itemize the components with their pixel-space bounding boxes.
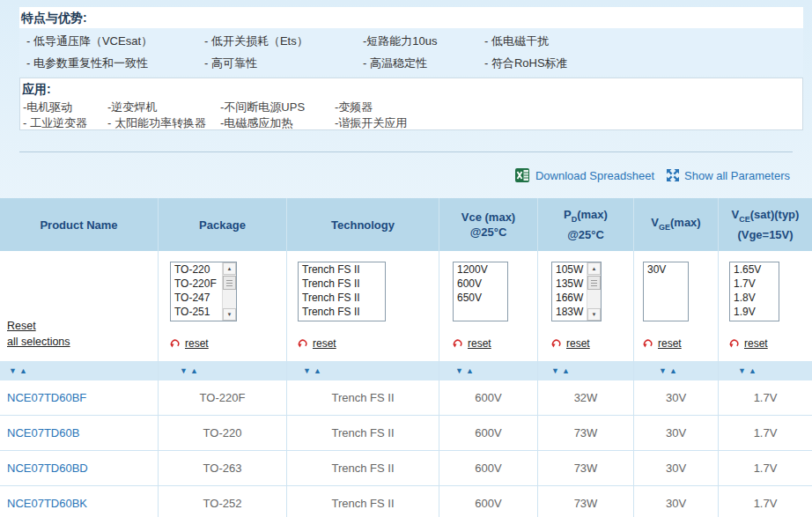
listbox-option[interactable]: Trench FS II [299,277,385,291]
sort-asc-icon[interactable]: ▲ [562,367,570,375]
sort-asc-icon[interactable]: ▲ [749,367,757,375]
listbox-option[interactable]: Trench FS II [299,262,385,277]
sort-asc-icon[interactable]: ▲ [19,367,27,375]
scroll-thumb[interactable] [223,276,236,290]
scrollbar[interactable]: ▲ ▼ [587,262,601,321]
scrollbar[interactable]: ▲ ▼ [222,262,236,321]
table-toolbar: Download Spreadsheet Show all Parameters [514,167,790,183]
package-listbox[interactable]: TO-220 TO-220F TO-247 TO-251 ▲ ▼ [170,262,237,321]
sort-asc-icon[interactable]: ▲ [466,367,474,375]
vce-cell: 600V [439,486,537,517]
pd-cell: 73W [537,416,633,450]
technology-listbox[interactable]: Trench FS II Trench FS II Trench FS II T… [298,262,386,321]
sort-control-technology[interactable]: ▼▲ [286,361,439,380]
column-header-package[interactable]: Package [158,198,286,251]
sort-desc-icon[interactable]: ▼ [180,367,188,375]
application-item: - 太阳能功率转换器 [107,115,220,131]
product-table: Product Name Package Technology Vce (max… [0,198,812,517]
application-item: -逆变焊机 [107,100,220,115]
listbox-option[interactable]: 1.8V [730,291,779,305]
scroll-thumb[interactable] [587,276,601,290]
vce-cell: 600V [439,451,537,485]
sort-control-vge[interactable]: ▼▲ [633,361,718,380]
product-link[interactable]: NCE07TD60BF [7,391,86,404]
listbox-option[interactable]: 1.7V [730,277,779,291]
vcesat-reset-link[interactable]: reset [729,337,768,350]
filter-cell-pd: 105W 135W 166W 183W ▲ ▼ reset [537,251,633,361]
application-item: - 工业逆变器 [23,115,107,131]
listbox-option[interactable]: 600V [454,277,507,291]
technology-reset-link[interactable]: reset [298,337,336,350]
sort-control-package[interactable]: ▼▲ [158,361,286,380]
sort-desc-icon[interactable]: ▼ [738,367,746,375]
pd-listbox[interactable]: 105W 135W 166W 183W ▲ ▼ [551,262,602,321]
scroll-down-button[interactable]: ▼ [223,308,236,321]
filter-cell-vcesat: 1.65V 1.7V 1.8V 1.9V reset [718,251,812,361]
table-row: NCE07TD60BD TO-263 Trench FS II 600V 73W… [0,451,812,486]
sort-asc-icon[interactable]: ▲ [190,367,198,375]
feature-item: - 低电磁干扰 [484,30,803,52]
listbox-option[interactable]: 650V [454,291,507,305]
sort-control-vce[interactable]: ▼▲ [439,361,537,380]
listbox-option[interactable]: 1200V [454,262,507,277]
reset-icon [453,338,463,349]
technology-cell: Trench FS II [286,380,439,415]
sort-control-product-name[interactable]: ▼▲ [0,361,158,380]
sort-desc-icon[interactable]: ▼ [9,367,17,375]
scroll-up-button[interactable]: ▲ [223,262,236,275]
features-heading: 特点与优势: [19,7,803,28]
table-row: NCE07TD60BK TO-252 Trench FS II 600V 73W… [0,486,812,517]
product-link[interactable]: NCE07TD60B [7,426,79,439]
column-header-technology[interactable]: Technology [286,198,439,251]
sort-desc-icon[interactable]: ▼ [551,367,559,375]
vce-listbox[interactable]: 1200V 600V 650V [453,262,508,321]
show-all-parameters-label: Show all Parameters [684,169,790,182]
reset-icon [170,338,181,349]
vge-listbox[interactable]: 30V [643,262,689,321]
vge-cell: 30V [633,451,718,485]
vcesat-cell: 1.7V [718,451,812,485]
sort-asc-icon[interactable]: ▲ [314,367,321,375]
feature-item: - 低导通压降（VCEsat） [26,30,204,52]
sort-desc-icon[interactable]: ▼ [659,367,667,375]
sort-desc-icon[interactable]: ▼ [303,367,311,375]
sort-control-vcesat[interactable]: ▼▲ [718,361,812,380]
product-link[interactable]: NCE07TD60BK [7,497,87,510]
feature-item: - 低开关损耗（Ets） [204,30,363,52]
listbox-option[interactable]: 30V [644,262,688,277]
vge-reset-link[interactable]: reset [643,337,682,350]
scroll-down-button[interactable]: ▼ [587,308,601,321]
product-link[interactable]: NCE07TD60BD [7,462,88,475]
listbox-option[interactable]: Trench FS II [299,305,385,319]
column-header-vge-max[interactable]: VGE(max) [633,198,718,251]
scroll-up-button[interactable]: ▲ [587,262,601,275]
reset-all-selections-link[interactable]: Reset all selections [7,318,70,350]
scroll-track[interactable] [587,291,601,308]
vcesat-listbox[interactable]: 1.65V 1.7V 1.8V 1.9V [729,262,779,321]
package-reset-link[interactable]: reset [170,337,209,350]
listbox-option[interactable]: 1.9V [730,305,779,319]
column-header-pd-max[interactable]: PD(max) @25°C [537,198,633,251]
vce-cell: 600V [439,416,537,450]
pd-reset-link[interactable]: reset [551,337,590,350]
column-header-vce-max[interactable]: Vce (max) @25°C [439,198,537,251]
listbox-option[interactable]: Trench FS II [299,291,385,305]
sort-control-pd[interactable]: ▼▲ [537,361,633,380]
show-all-parameters-link[interactable]: Show all Parameters [667,169,790,182]
vce-reset-link[interactable]: reset [453,337,491,350]
application-item: -电磁感应加热 [220,115,335,131]
filter-cell-vce: 1200V 600V 650V reset [439,251,537,361]
applications-section: 应用: -电机驱动 -逆变焊机 -不间断电源UPS -变频器 - 工业逆变器 -… [19,78,803,130]
scroll-track[interactable] [223,291,236,308]
scroll-grip-icon [591,280,597,286]
sort-desc-icon[interactable]: ▼ [455,367,463,375]
download-spreadsheet-link[interactable]: Download Spreadsheet [514,167,654,183]
vge-cell: 30V [633,486,718,517]
column-header-vcesat[interactable]: VCE(sat)(typ) (Vge=15V) [718,198,812,251]
column-header-product-name[interactable]: Product Name [0,198,158,251]
pd-cell: 73W [537,451,633,485]
vce-cell: 600V [439,380,537,415]
sort-asc-icon[interactable]: ▲ [669,367,677,375]
section-divider [19,151,793,152]
listbox-option[interactable]: 1.65V [730,262,779,277]
